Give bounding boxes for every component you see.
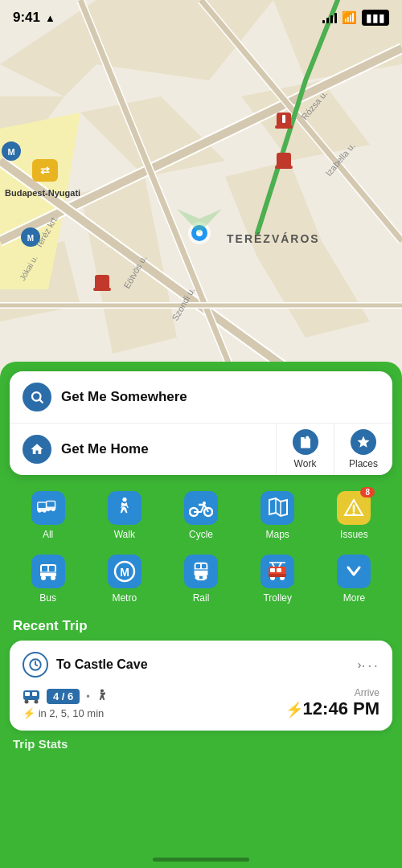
bus-label: Bus [39, 592, 56, 604]
svg-point-101 [100, 689, 104, 692]
home-row: Get Me Home Work [10, 424, 392, 475]
home-label: Get Me Home [61, 441, 149, 457]
time-display: 9:41 [13, 10, 40, 26]
maps-label: Maps [266, 529, 289, 540]
all-label: All [43, 529, 53, 540]
svg-point-68 [353, 513, 355, 515]
bus-icon [31, 555, 65, 588]
svg-rect-37 [275, 125, 293, 129]
all-icon [31, 491, 65, 525]
work-label: Work [294, 458, 317, 469]
places-label: Places [349, 458, 378, 469]
svg-text:M: M [27, 234, 34, 243]
transport-cycle-button[interactable]: Cycle [162, 483, 239, 547]
svg-point-100 [35, 700, 39, 704]
arrive-lightning-icon: ⚡ [285, 702, 303, 718]
svg-rect-88 [277, 568, 281, 572]
battery-icon: ▮▮▮ [362, 10, 389, 26]
svg-rect-38 [282, 115, 285, 123]
rail-label: Rail [193, 592, 210, 604]
places-button[interactable]: Places [334, 424, 392, 475]
trip-arrive: Arrive ⚡12:46 PM [285, 687, 379, 719]
metro-label: Metro [112, 592, 137, 604]
lightning-icon: ⚡ [23, 707, 35, 719]
svg-point-58 [51, 508, 55, 511]
svg-point-57 [47, 508, 50, 511]
svg-rect-40 [275, 166, 293, 169]
work-icon [293, 429, 318, 455]
maps-icon [260, 491, 294, 525]
svg-rect-87 [270, 568, 275, 572]
svg-rect-42 [93, 288, 111, 291]
clock-icon [23, 652, 48, 678]
bottom-panel: Get Me Somewhere Get Me Home [0, 362, 402, 868]
walk-icon [108, 491, 142, 525]
quick-buttons: Work Places [276, 424, 392, 475]
svg-point-59 [122, 497, 126, 502]
transport-issues-button[interactable]: 8 Issues [316, 483, 392, 547]
svg-point-99 [25, 700, 29, 704]
home-indicator [153, 858, 249, 862]
svg-text:M: M [120, 566, 129, 579]
times-text: in 2, 5, 10 min [39, 707, 105, 719]
more-icon [337, 555, 371, 588]
svg-text:⇄: ⇄ [40, 164, 50, 177]
svg-rect-80 [202, 564, 207, 569]
svg-rect-79 [195, 564, 200, 569]
metro-icon: M [108, 555, 142, 588]
trolley-icon [260, 555, 294, 588]
svg-point-74 [51, 575, 55, 580]
transport-rail-button[interactable]: Rail [162, 547, 239, 610]
svg-rect-39 [277, 153, 291, 167]
svg-rect-81 [195, 571, 208, 576]
svg-rect-70 [42, 566, 47, 571]
transport-walk-button[interactable]: Walk [86, 483, 162, 547]
search-card: Get Me Somewhere Get Me Home [10, 371, 392, 475]
transport-more-button[interactable]: More [316, 547, 392, 610]
trolley-label: Trolley [263, 592, 292, 604]
transport-metro-button[interactable]: M Metro [86, 547, 162, 610]
svg-rect-97 [25, 692, 30, 696]
transport-all-button[interactable]: All [10, 483, 86, 547]
trip-more-button[interactable]: ··· [361, 656, 379, 674]
signal-icon [322, 12, 337, 23]
svg-rect-98 [32, 692, 37, 696]
svg-rect-71 [49, 566, 55, 571]
trip-bottom: 4 / 6 • ⚡ in 2, 5, 10 min Arrive [23, 687, 379, 719]
status-bar: 9:41 ▲ 📶 ▮▮▮ [0, 0, 402, 35]
location-arrow-icon: ▲ [45, 12, 55, 24]
search-icon [23, 383, 51, 411]
map-area[interactable]: Rózsa u. Izabella u. Teréz krt. Jókai u.… [0, 0, 402, 394]
issues-label: Issues [340, 529, 368, 540]
cycle-label: Cycle [189, 529, 213, 540]
svg-text:Budapest-Nyugati: Budapest-Nyugati [5, 188, 80, 198]
transport-maps-button[interactable]: Maps [240, 483, 316, 547]
trip-card[interactable]: To Castle Cave › ··· 4 / 6 • [10, 641, 392, 731]
issues-badge: 8 [360, 487, 375, 497]
cycle-icon [184, 491, 218, 525]
recent-trip-label: Recent Trip [13, 618, 389, 634]
get-home-button[interactable]: Get Me Home [10, 424, 276, 475]
transport-bus-button[interactable]: Bus [10, 547, 86, 610]
transport-grid: All Walk [10, 483, 392, 610]
svg-rect-52 [38, 503, 45, 508]
status-time: 9:41 ▲ [13, 10, 55, 26]
work-button[interactable]: Work [277, 424, 334, 475]
arrive-time-value: 12:46 PM [303, 698, 379, 719]
route-number: 4 / 6 [47, 689, 80, 704]
rail-icon [184, 555, 218, 588]
trip-top: To Castle Cave › ··· [23, 652, 379, 678]
svg-text:TERÉZVÁROS: TERÉZVÁROS [227, 232, 320, 245]
trip-stats-label: Trip Stats [13, 737, 389, 751]
places-icon [351, 429, 376, 455]
issues-icon: 8 [337, 491, 371, 525]
search-row[interactable]: Get Me Somewhere [10, 371, 392, 424]
svg-text:M: M [7, 147, 14, 157]
svg-rect-94 [269, 574, 286, 577]
svg-point-54 [43, 510, 46, 513]
walk-label: Walk [114, 529, 135, 540]
transport-trolley-button[interactable]: Trolley [240, 547, 316, 610]
wifi-icon: 📶 [342, 10, 357, 25]
svg-rect-41 [95, 275, 109, 289]
svg-rect-56 [47, 502, 54, 506]
